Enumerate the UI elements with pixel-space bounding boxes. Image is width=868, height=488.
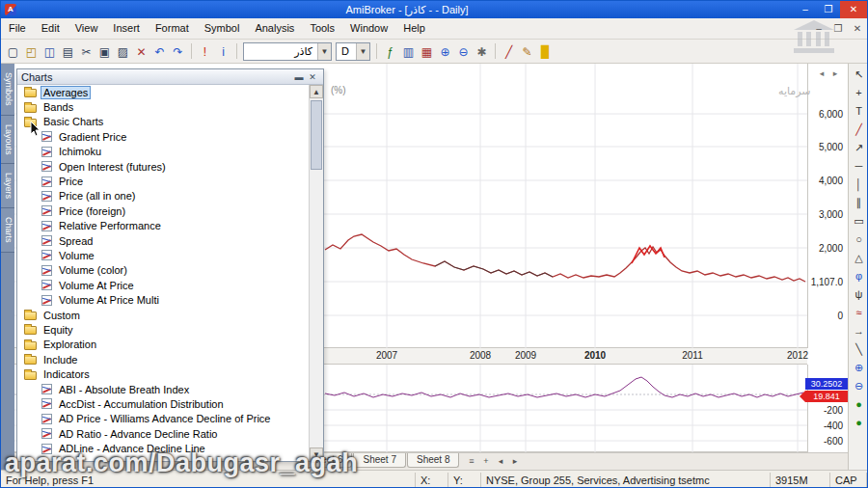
- charts-panel-header[interactable]: Charts ▬ ✕: [17, 69, 323, 85]
- menu-tools[interactable]: Tools: [302, 18, 342, 39]
- scroll-up-icon[interactable]: ▲: [310, 85, 323, 98]
- tree-item[interactable]: Averages: [17, 85, 309, 99]
- tree-item[interactable]: Ichimoku: [17, 145, 309, 159]
- menu-view[interactable]: View: [68, 18, 106, 39]
- tree-item[interactable]: Price: [17, 174, 309, 188]
- pencil-tool-icon[interactable]: ✎: [518, 42, 536, 61]
- color-swatch-icon[interactable]: ▉: [536, 42, 555, 61]
- interval-combo[interactable]: D ▼: [336, 42, 370, 61]
- tree-item[interactable]: Bands: [17, 99, 309, 114]
- pitchfork-tool-icon[interactable]: ψ: [851, 285, 868, 304]
- tree-item[interactable]: Include: [17, 352, 309, 366]
- bar-chart-icon[interactable]: ▥: [399, 42, 418, 61]
- crosshair-tool-icon[interactable]: +: [851, 84, 868, 102]
- copy-icon[interactable]: ▣: [95, 42, 114, 61]
- text-tool-icon[interactable]: T: [851, 102, 868, 121]
- candlestick-icon[interactable]: ▦: [418, 42, 436, 61]
- mdi-minimize-icon[interactable]: –: [809, 18, 828, 39]
- tree-item[interactable]: Exploration: [17, 338, 309, 352]
- paste-icon[interactable]: ▨: [114, 42, 132, 61]
- mdi-restore-icon[interactable]: ❐: [828, 18, 848, 39]
- pane-next-icon[interactable]: ▸: [830, 68, 840, 78]
- window-maximize-button[interactable]: ❐: [817, 1, 840, 18]
- auto-scale-icon[interactable]: ●: [851, 414, 868, 432]
- window-minimize-button[interactable]: –: [794, 1, 817, 18]
- redo-icon[interactable]: ↷: [169, 42, 187, 61]
- sheet-scroll-left-icon[interactable]: ◂: [493, 453, 507, 470]
- sidebar-tab-symbols[interactable]: Symbols: [1, 64, 14, 116]
- tree-item[interactable]: ABI - Absolute Breath Index: [17, 382, 309, 396]
- insert-indicator-icon[interactable]: ƒ: [381, 42, 399, 61]
- tree-item[interactable]: Custom: [17, 308, 309, 322]
- tree-item[interactable]: Relative Performance: [17, 219, 309, 233]
- tree-item[interactable]: AccDist - Accumulation Distribution: [17, 396, 309, 411]
- add-sheet-icon[interactable]: +: [478, 453, 493, 470]
- ellipse-tool-icon[interactable]: ○: [851, 230, 868, 249]
- sheet-scroll-right-icon[interactable]: ▸: [507, 453, 522, 470]
- menu-format[interactable]: Format: [148, 18, 197, 39]
- menu-help[interactable]: Help: [395, 18, 433, 39]
- ray-line-icon[interactable]: ↗: [851, 139, 868, 157]
- cut-icon[interactable]: ✂: [77, 42, 95, 61]
- zoom-out-icon[interactable]: ⊖: [454, 42, 473, 61]
- tab-sheet-8[interactable]: Sheet 8: [407, 453, 459, 468]
- menu-insert[interactable]: Insert: [105, 18, 148, 39]
- pointer-tool-icon[interactable]: ↖: [851, 66, 868, 84]
- tree-item[interactable]: Price (foreign): [17, 203, 309, 218]
- open-file-icon[interactable]: ◰: [22, 42, 41, 61]
- zoom-in-icon[interactable]: ⊕: [436, 42, 454, 61]
- tree-item[interactable]: Price (all in one): [17, 189, 309, 203]
- new-file-icon[interactable]: ▢: [4, 42, 22, 61]
- fibonacci-tool-icon[interactable]: φ: [851, 267, 868, 285]
- undo-icon[interactable]: ↶: [150, 42, 169, 61]
- price-axis[interactable]: 6,0005,0004,0003,0002,0001,107.00: [807, 64, 848, 348]
- zoom-out-tool-icon[interactable]: ⊖: [851, 377, 868, 395]
- chevron-down-icon[interactable]: ▼: [317, 43, 331, 60]
- tree-item[interactable]: Gradient Price: [17, 129, 309, 144]
- window-close-button[interactable]: ✕: [840, 1, 867, 18]
- alert-icon[interactable]: !: [196, 42, 214, 61]
- tree-item[interactable]: AD Ratio - Advance Decline Ratio: [17, 426, 309, 441]
- regression-tool-icon[interactable]: ╲: [851, 340, 868, 359]
- chevron-down-icon[interactable]: ▼: [356, 43, 369, 60]
- vertical-line-icon[interactable]: │: [851, 176, 868, 194]
- symbol-combo[interactable]: كاذر ▼: [243, 42, 332, 61]
- tree-item[interactable]: Open Interest (futures): [17, 159, 309, 174]
- menu-symbol[interactable]: Symbol: [197, 18, 248, 39]
- tree-item[interactable]: Volume At Price: [17, 278, 309, 292]
- channel-tool-icon[interactable]: ∥: [851, 194, 868, 212]
- info-icon[interactable]: i: [214, 42, 232, 61]
- pin-icon[interactable]: ▬: [292, 72, 306, 82]
- panel-scrollbar[interactable]: ▲ ▼: [309, 85, 323, 461]
- sidebar-tab-charts[interactable]: Charts: [1, 208, 14, 253]
- rectangle-tool-icon[interactable]: ▭: [851, 212, 868, 230]
- menu-analysis[interactable]: Analysis: [247, 18, 302, 39]
- snap-to-price-icon[interactable]: ●: [851, 395, 868, 414]
- triangle-tool-icon[interactable]: △: [851, 249, 868, 267]
- tree-item[interactable]: Volume: [17, 248, 309, 262]
- menu-edit[interactable]: Edit: [34, 18, 68, 39]
- save-icon[interactable]: ◫: [41, 42, 59, 61]
- pane-prev-icon[interactable]: ◂: [817, 68, 827, 78]
- parameters-icon[interactable]: ✱: [473, 42, 491, 61]
- sheet-menu-icon[interactable]: ≡: [464, 453, 478, 470]
- tree-item[interactable]: Volume At Price Multi: [17, 292, 309, 307]
- sidebar-tab-layouts[interactable]: Layouts: [1, 116, 14, 165]
- trendline-icon[interactable]: ╱: [851, 121, 868, 139]
- tab-sheet-7[interactable]: Sheet 7: [353, 453, 405, 468]
- scrollbar-thumb[interactable]: [311, 100, 322, 170]
- tree-item[interactable]: Basic Charts: [17, 115, 309, 129]
- horizontal-line-icon[interactable]: ─: [851, 157, 868, 176]
- trendline-tool-icon[interactable]: ╱: [500, 42, 518, 61]
- print-icon[interactable]: ▤: [59, 42, 77, 61]
- tree-item[interactable]: Volume (color): [17, 263, 309, 278]
- arrow-tool-icon[interactable]: →: [851, 322, 868, 340]
- tree-item[interactable]: Spread: [17, 233, 309, 248]
- zigzag-tool-icon[interactable]: ≈: [851, 304, 868, 322]
- tree-item[interactable]: AD Price - Williams Advance Decline of P…: [17, 412, 309, 426]
- delete-icon[interactable]: ✕: [132, 42, 150, 61]
- menu-window[interactable]: Window: [342, 18, 395, 39]
- tree-item[interactable]: Indicators: [17, 366, 309, 381]
- tree-item[interactable]: Equity: [17, 322, 309, 337]
- close-icon[interactable]: ✕: [306, 72, 319, 82]
